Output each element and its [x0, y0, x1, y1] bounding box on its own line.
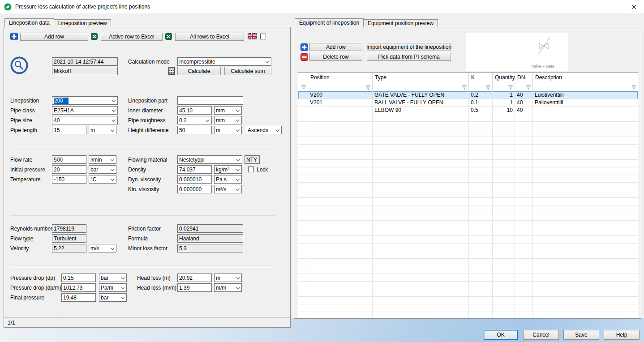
initial-pressure-input[interactable]: [52, 165, 86, 174]
table-row[interactable]: [298, 190, 638, 198]
flow-rate-unit-select[interactable]: l/min: [89, 155, 116, 164]
row-selector-cell[interactable]: [298, 274, 308, 282]
table-row[interactable]: [298, 304, 638, 312]
head-loss-mm-input[interactable]: [177, 283, 212, 292]
row-selector-cell[interactable]: [298, 244, 308, 251]
pressure-drop-dp-input[interactable]: [61, 274, 96, 282]
inner-diameter-unit-select[interactable]: mm: [214, 106, 242, 115]
header-k[interactable]: K: [469, 73, 493, 91]
row-selector-cell[interactable]: [298, 282, 308, 289]
head-loss-mm-unit-select[interactable]: m/m: [214, 283, 242, 292]
row-selector-cell[interactable]: [298, 99, 308, 107]
table-row[interactable]: [298, 167, 638, 175]
row-selector-cell[interactable]: [298, 289, 308, 297]
density-input[interactable]: [177, 165, 212, 174]
table-row[interactable]: [298, 282, 638, 289]
dyn-viscosity-input[interactable]: [177, 175, 212, 184]
filter-icon[interactable]: [526, 85, 531, 90]
table-row[interactable]: [298, 251, 638, 259]
kin-viscosity-unit-select[interactable]: m²/s: [214, 185, 242, 193]
tab-equipment-of-lineposition[interactable]: Equipment of lineposition: [295, 18, 364, 27]
pipe-class-combobox[interactable]: E25H1A: [52, 106, 118, 115]
pipe-size-combobox[interactable]: 40: [52, 116, 118, 124]
filter-icon[interactable]: [508, 85, 513, 90]
row-selector-cell[interactable]: [298, 122, 308, 129]
table-row[interactable]: [298, 297, 638, 304]
save-button[interactable]: Save: [563, 330, 599, 340]
pressure-drop-dpm-input[interactable]: [61, 283, 96, 292]
row-selector-cell[interactable]: [298, 114, 308, 122]
row-selector-cell[interactable]: [298, 190, 308, 198]
table-row[interactable]: [298, 228, 638, 236]
height-direction-select[interactable]: Ascends: [246, 126, 282, 134]
tab-lineposition-preview[interactable]: Lineposition preview: [54, 19, 112, 27]
table-row[interactable]: ELBOW 900.51040: [298, 107, 638, 114]
final-pressure-unit-select[interactable]: bar: [99, 293, 127, 302]
row-selector-cell[interactable]: [298, 167, 308, 175]
density-unit-select[interactable]: kg/m³: [214, 165, 242, 174]
flowing-material-combobox[interactable]: Nestetyppi: [177, 155, 242, 164]
row-selector-cell[interactable]: [298, 145, 308, 152]
temperature-input[interactable]: [52, 175, 86, 184]
import-equipment-button[interactable]: Import equipment of the lineposition: [367, 43, 451, 51]
table-row[interactable]: [298, 160, 638, 167]
calculate-sum-button[interactable]: Calculate sum: [224, 67, 271, 75]
row-selector-cell[interactable]: [298, 129, 308, 137]
inner-diameter-input[interactable]: [177, 106, 212, 115]
header-type[interactable]: Type: [373, 73, 469, 91]
table-row[interactable]: [298, 152, 638, 160]
language-checkbox[interactable]: [260, 34, 266, 39]
table-row[interactable]: [298, 114, 638, 122]
row-selector-cell[interactable]: [298, 137, 308, 145]
ok-button[interactable]: OK: [484, 330, 518, 340]
pipe-length-unit-select[interactable]: m: [89, 126, 116, 134]
row-selector-cell[interactable]: [298, 312, 308, 318]
row-selector-cell[interactable]: [298, 107, 308, 114]
row-selector-cell[interactable]: [298, 91, 308, 99]
table-row[interactable]: [298, 213, 638, 221]
temperature-unit-select[interactable]: °C: [89, 175, 116, 184]
dyn-viscosity-unit-select[interactable]: Pa s: [214, 175, 242, 184]
table-row[interactable]: [298, 244, 638, 251]
row-selector-cell[interactable]: [298, 251, 308, 259]
table-row[interactable]: [298, 221, 638, 228]
table-row[interactable]: [298, 274, 638, 282]
row-selector-cell[interactable]: [298, 259, 308, 266]
filter-icon[interactable]: [462, 85, 467, 90]
flow-rate-input[interactable]: [52, 155, 86, 164]
row-selector-cell[interactable]: [298, 213, 308, 221]
row-selector-cell[interactable]: [298, 183, 308, 190]
help-button[interactable]: Help: [604, 330, 640, 340]
filter-icon[interactable]: [631, 85, 636, 90]
table-row[interactable]: [298, 129, 638, 137]
calculator-icon[interactable]: [168, 67, 175, 75]
row-selector-cell[interactable]: [298, 175, 308, 183]
velocity-unit-select[interactable]: m/s: [89, 244, 116, 252]
filter-icon[interactable]: [485, 85, 491, 90]
initial-pressure-unit-select[interactable]: bar: [89, 165, 116, 174]
pipe-roughness-combobox[interactable]: 0.2: [177, 116, 212, 124]
table-row[interactable]: [298, 175, 638, 183]
active-row-to-excel-button[interactable]: Active row to Excel: [101, 33, 163, 41]
pipe-roughness-unit-select[interactable]: mm: [214, 116, 242, 124]
uk-flag-icon[interactable]: [248, 33, 257, 39]
row-selector-cell[interactable]: [298, 221, 308, 228]
table-row[interactable]: [298, 145, 638, 152]
pipe-length-input[interactable]: [52, 126, 86, 134]
row-selector-cell[interactable]: [298, 266, 308, 274]
lineposition-part-input[interactable]: [177, 96, 243, 105]
table-row[interactable]: V201BALL VALVE - FULLY OPEN0.1140Pallove…: [298, 99, 638, 107]
row-selector-cell[interactable]: [298, 228, 308, 236]
head-loss-m-unit-select[interactable]: m: [214, 274, 242, 282]
table-row[interactable]: [298, 205, 638, 213]
table-row[interactable]: [298, 198, 638, 205]
header-position[interactable]: Position: [308, 73, 373, 91]
filter-icon[interactable]: [365, 85, 371, 90]
calculation-mode-select[interactable]: Incompressible: [177, 57, 271, 66]
calculate-button[interactable]: Calculate: [177, 67, 221, 75]
row-selector-cell[interactable]: [298, 205, 308, 213]
table-row[interactable]: [298, 289, 638, 297]
head-loss-m-input[interactable]: [177, 274, 212, 282]
equipment-add-row-button[interactable]: Add row: [309, 43, 362, 51]
header-dn[interactable]: DN: [515, 73, 533, 91]
